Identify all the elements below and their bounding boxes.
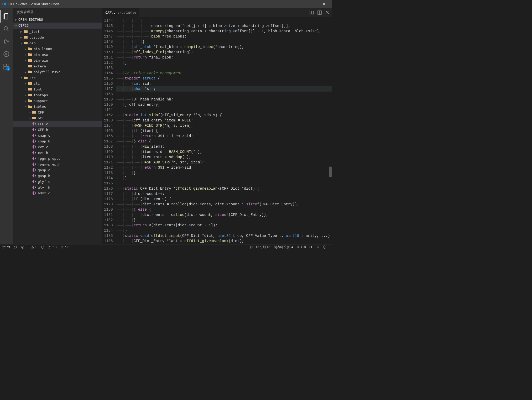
svg-point-15 bbox=[3, 248, 4, 249]
status-feedback[interactable] bbox=[323, 245, 326, 249]
caret-icon: ▷ bbox=[24, 65, 27, 68]
split-editor-icon[interactable] bbox=[317, 10, 322, 15]
folder-cli[interactable]: ▷cli bbox=[13, 81, 102, 86]
svg-point-19 bbox=[41, 246, 44, 248]
folder-bin-linux[interactable]: ▷bin-linux bbox=[13, 46, 102, 52]
minimize-button[interactable] bbox=[294, 0, 306, 8]
caret-icon: ▷ bbox=[24, 53, 27, 56]
folder-tables[interactable]: ▿tables bbox=[13, 104, 102, 109]
svg-point-2 bbox=[4, 26, 7, 30]
folder-extern[interactable]: ▷extern bbox=[13, 63, 102, 69]
close-button[interactable] bbox=[318, 0, 330, 8]
chevron-down-icon: ▿ bbox=[15, 24, 17, 27]
folder-otl[interactable]: ▷otl bbox=[13, 115, 102, 121]
caret-icon: ▿ bbox=[20, 76, 23, 79]
sidebar: 资源管理器 ▷ OPEN EDITORS ▿ OTFCC ▷_test▷.vsc… bbox=[13, 8, 102, 244]
project-label: OTFCC bbox=[18, 24, 29, 28]
caret-icon: ▷ bbox=[24, 88, 27, 91]
file-gasp.h[interactable]: gasp.h bbox=[13, 173, 102, 179]
tree-label: cvt.c bbox=[38, 145, 48, 149]
folder-font[interactable]: ▷font bbox=[13, 86, 102, 92]
status-encoding[interactable]: UTF-8 bbox=[297, 245, 306, 249]
code-content[interactable]: →——|→——|→——|→——| →——|→——|→——|→——|charstr… bbox=[116, 17, 332, 244]
folder-_test[interactable]: ▷_test bbox=[13, 29, 102, 34]
caret-icon: ▷ bbox=[24, 82, 27, 85]
tree-label: _test bbox=[29, 30, 40, 34]
file-CFF.h[interactable]: CFF.h bbox=[13, 127, 102, 132]
folder-fontops[interactable]: ▷fontops bbox=[13, 92, 102, 98]
tree-label: cmap.h bbox=[38, 139, 50, 143]
status-errors[interactable]: 0 bbox=[21, 245, 27, 249]
status-tabsize[interactable]: 制表符长度: 4 bbox=[274, 245, 293, 249]
close-tab-icon[interactable] bbox=[325, 10, 329, 15]
folder-bin-win[interactable]: ▷bin-win bbox=[13, 57, 102, 63]
status-warnings[interactable]: 0 bbox=[31, 245, 37, 249]
file-cvt.c[interactable]: cvt.c bbox=[13, 144, 102, 150]
status-git-stat1[interactable]: * 3 bbox=[48, 245, 56, 249]
search-icon[interactable] bbox=[0, 23, 13, 35]
status-lang[interactable]: C bbox=[317, 245, 319, 249]
status-linecol[interactable]: 行 1157, 列 15 bbox=[250, 245, 270, 249]
tree-label: font bbox=[34, 87, 42, 91]
svg-point-26 bbox=[325, 247, 325, 247]
extensions-badge: 1 bbox=[6, 67, 10, 71]
extensions-icon[interactable]: 1 bbox=[0, 60, 13, 73]
status-eol[interactable]: LF bbox=[309, 245, 313, 249]
status-branch[interactable]: cff bbox=[2, 245, 10, 249]
svg-rect-9 bbox=[4, 67, 6, 69]
svg-point-25 bbox=[324, 247, 324, 247]
file-fpgm-prep.h[interactable]: fpgm-prep.h bbox=[13, 161, 102, 167]
file-cmap.h[interactable]: cmap.h bbox=[13, 138, 102, 144]
tree-label: bin-win bbox=[34, 58, 48, 62]
status-git-stat2[interactable]: * 10 bbox=[60, 245, 70, 249]
minimap-thumb[interactable] bbox=[329, 167, 332, 177]
folder-src[interactable]: ▿src bbox=[13, 75, 102, 81]
folder-support[interactable]: ▷support bbox=[13, 98, 102, 104]
tree-label: bin-linux bbox=[34, 47, 52, 51]
project-section[interactable]: ▿ OTFCC bbox=[13, 23, 102, 29]
tree-label: otl bbox=[38, 116, 44, 120]
caret-icon: ▷ bbox=[24, 47, 27, 50]
debug-icon[interactable] bbox=[0, 48, 13, 60]
file-gasp.c[interactable]: gasp.c bbox=[13, 167, 102, 173]
file-CFF.c[interactable]: CFF.c bbox=[13, 121, 102, 127]
tree-label: CFF bbox=[38, 110, 44, 114]
file-glyf.c[interactable]: glyf.c bbox=[13, 179, 102, 184]
folder-CFF[interactable]: ▷CFF bbox=[13, 109, 102, 115]
status-git-circle[interactable] bbox=[41, 246, 44, 249]
svg-point-20 bbox=[49, 246, 49, 247]
tree-label: gasp.c bbox=[38, 168, 50, 172]
tree-label: support bbox=[34, 99, 48, 103]
status-sync[interactable] bbox=[14, 245, 17, 249]
svg-point-23 bbox=[61, 247, 62, 247]
chevron-right-icon: ▷ bbox=[15, 18, 17, 21]
vscode-icon bbox=[2, 2, 6, 6]
folder-.vscode[interactable]: ▷.vscode bbox=[13, 34, 102, 40]
line-numbers: 1144114511461147114811491150115111521153… bbox=[102, 17, 116, 244]
open-editors-label: OPEN EDITORS bbox=[18, 18, 43, 22]
maximize-button[interactable] bbox=[306, 0, 318, 8]
file-glyf.h[interactable]: glyf.h bbox=[13, 184, 102, 190]
file-cmap.c[interactable]: cmap.c bbox=[13, 132, 102, 138]
folder-bin-osx[interactable]: ▷bin-osx bbox=[13, 52, 102, 57]
tree-label: cli bbox=[34, 82, 40, 86]
tree-label: .vscode bbox=[29, 35, 44, 39]
source-control-icon[interactable] bbox=[0, 35, 13, 48]
status-bar: cff 0 0 * 3 * 10 行 1157, 列 15 制表符长度: 4 U… bbox=[0, 244, 332, 250]
tree-label: fpgm-prep.c bbox=[38, 157, 60, 161]
explorer-icon[interactable] bbox=[0, 10, 13, 23]
tab-cff-c[interactable]: CFF.c src\tables bbox=[102, 8, 139, 17]
file-fpgm-prep.c[interactable]: fpgm-prep.c bbox=[13, 156, 102, 161]
caret-icon: ▷ bbox=[20, 30, 23, 33]
open-editors-section[interactable]: ▷ OPEN EDITORS bbox=[13, 17, 102, 23]
caret-icon: ▷ bbox=[28, 111, 31, 114]
diff-icon[interactable] bbox=[310, 10, 314, 15]
folder-dep[interactable]: ▿dep bbox=[13, 40, 102, 46]
caret-icon: ▿ bbox=[20, 42, 23, 45]
folder-polyfill-msvc[interactable]: ▷polyfill-msvc bbox=[13, 69, 102, 75]
tree-label: cvt.h bbox=[38, 151, 48, 155]
file-hdmx.c[interactable]: hdmx.c bbox=[13, 190, 102, 196]
code-editor[interactable]: 1144114511461147114811491150115111521153… bbox=[102, 17, 332, 244]
svg-rect-1 bbox=[311, 3, 313, 5]
file-cvt.h[interactable]: cvt.h bbox=[13, 150, 102, 156]
